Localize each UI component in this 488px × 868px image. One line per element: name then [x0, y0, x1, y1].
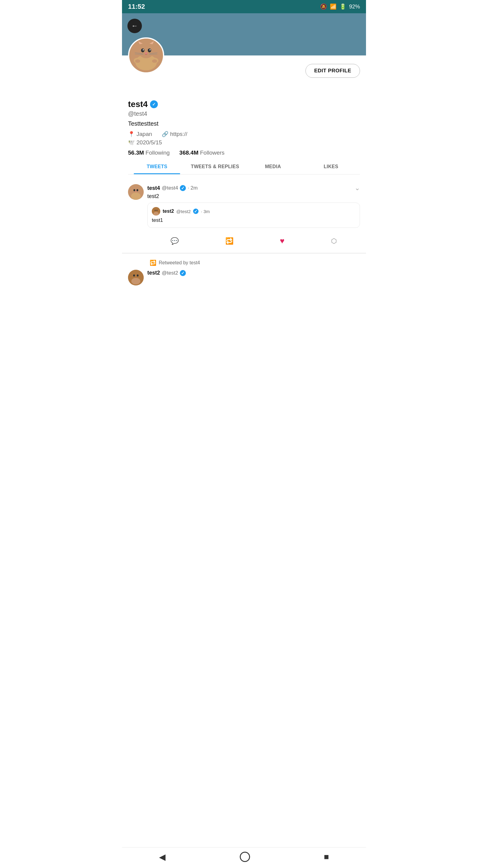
meta-row-date: 🕊️ 2020/5/15	[128, 139, 360, 146]
retweet-icon: 🔁	[225, 237, 233, 245]
tweet-header-row: test4 @test4 · 2m ⌄ test2	[128, 184, 360, 248]
join-date-text: 2020/5/15	[136, 139, 162, 146]
chevron-down-icon[interactable]: ⌄	[355, 184, 360, 192]
following-label: Following	[145, 150, 170, 156]
display-name-row: test4	[128, 99, 360, 109]
tweet-card: test4 @test4 · 2m ⌄ test2	[122, 179, 366, 253]
back-button[interactable]: ←	[127, 19, 142, 33]
quoted-tweet[interactable]: test2 @test2 · 3m test1	[147, 203, 360, 228]
following-stat[interactable]: 56.3M Following	[128, 150, 170, 156]
quoted-meta-line: test2 @test2 · 3m	[152, 207, 355, 216]
retweet-button[interactable]: 🔁	[222, 235, 237, 247]
tweet-verified-badge	[180, 185, 186, 191]
followers-label: Followers	[200, 150, 224, 156]
wifi-icon: 📶	[330, 3, 336, 10]
svg-point-11	[145, 53, 147, 54]
following-count: 56.3M	[128, 150, 144, 156]
edit-profile-button[interactable]: EDIT PROFILE	[305, 64, 360, 78]
svg-point-37	[131, 278, 140, 284]
quoted-author: test2	[163, 209, 174, 214]
website-item[interactable]: 🔗 https://	[162, 131, 187, 137]
like-button[interactable]: ♥	[276, 234, 288, 248]
tab-tweets[interactable]: TWEETS	[128, 159, 186, 174]
battery-percent: 92%	[349, 4, 360, 10]
partial-tweet-avatar[interactable]	[128, 270, 144, 285]
avatar-image	[129, 38, 163, 72]
svg-point-25	[133, 189, 135, 191]
tabs-bar: TWEETS TWEETS & REPLIES MEDIA LIKES	[128, 159, 360, 175]
svg-point-33	[155, 210, 156, 211]
tweet-avatar[interactable]	[128, 184, 144, 200]
tweet-author: test4	[147, 185, 160, 191]
meta-row-location-website: 📍 Japan 🔗 https://	[128, 131, 360, 137]
tweet-meta-line: test4 @test4 · 2m ⌄	[147, 184, 360, 192]
svg-point-18	[135, 59, 140, 63]
svg-point-9	[143, 49, 144, 50]
avatar-wrapper	[128, 37, 164, 73]
retweet-notice-icon: 🔁	[150, 259, 156, 266]
tab-tweets-replies[interactable]: TWEETS & REPLIES	[186, 159, 244, 174]
followers-count: 368.4M	[179, 150, 198, 156]
svg-point-19	[152, 59, 157, 63]
share-button[interactable]: ⬡	[327, 235, 340, 247]
join-date-item: 🕊️ 2020/5/15	[128, 139, 162, 146]
retweet-notice-text: Retweeted by test4	[159, 260, 200, 266]
mute-icon: 🔕	[320, 3, 327, 10]
website-text: https://	[170, 131, 187, 137]
tweet-meta-left: test4 @test4 · 2m	[147, 185, 198, 191]
bio: Testtesttest	[128, 120, 360, 127]
quoted-handle: @test2	[176, 209, 191, 214]
status-bar: 11:52 🔕 📶 🔋 92%	[122, 0, 366, 13]
location-text: Japan	[136, 131, 152, 137]
svg-point-39	[137, 275, 138, 277]
status-time: 11:52	[128, 3, 145, 10]
tweet-body: test4 @test4 · 2m ⌄ test2	[147, 184, 360, 248]
profile-section: EDIT PROFILE test4 @test4 Testtesttest 📍…	[122, 56, 366, 179]
tweet-time: · 2m	[188, 185, 198, 191]
link-icon: 🔗	[162, 131, 168, 137]
username: @test4	[128, 110, 360, 117]
reply-button[interactable]: 💬	[167, 235, 182, 247]
tab-likes[interactable]: LIKES	[302, 159, 360, 174]
partial-tweet-handle: @test2	[162, 270, 178, 276]
svg-point-22	[131, 193, 141, 200]
quoted-verified-badge	[193, 209, 198, 214]
partial-tweet-author: test2	[147, 270, 160, 276]
quoted-avatar-image	[152, 207, 160, 216]
tweet-text: test2	[147, 193, 360, 199]
reply-icon: 💬	[170, 237, 178, 245]
partial-tweet-section: 🔁 Retweeted by test4 test2 @test2	[122, 253, 366, 310]
partial-tweet-verified	[180, 270, 186, 276]
partial-tweet-avatar-image	[128, 270, 144, 285]
svg-point-27	[135, 191, 136, 192]
display-name: test4	[128, 99, 148, 109]
tab-media[interactable]: MEDIA	[244, 159, 302, 174]
calendar-icon: 🕊️	[128, 139, 135, 146]
share-icon: ⬡	[331, 237, 337, 245]
svg-point-8	[148, 49, 151, 53]
tweet-handle: @test4	[162, 185, 178, 191]
stats-row: 56.3M Following 368.4M Followers	[128, 150, 360, 156]
tweet-list: test4 @test4 · 2m ⌄ test2	[122, 179, 366, 310]
like-icon: ♥	[280, 236, 284, 246]
svg-point-30	[153, 212, 159, 216]
followers-stat[interactable]: 368.4M Followers	[179, 150, 224, 156]
svg-point-10	[150, 49, 151, 50]
location-icon: 📍	[128, 131, 135, 137]
svg-point-26	[136, 189, 138, 191]
svg-point-2	[138, 42, 154, 58]
status-icons: 🔕 📶 🔋 92%	[320, 3, 360, 10]
avatar	[128, 37, 164, 73]
action-bar: 💬 🔁 ♥ ⬡	[147, 231, 360, 248]
back-arrow-icon: ←	[131, 23, 138, 29]
quoted-text: test1	[152, 217, 355, 223]
svg-point-38	[133, 275, 135, 277]
svg-point-7	[141, 49, 144, 53]
battery-icon: 🔋	[339, 3, 346, 10]
profile-info: test4 @test4 Testtesttest 📍 Japan 🔗 http…	[128, 78, 360, 156]
tweet-avatar-image	[128, 184, 144, 200]
quoted-time: · 3m	[201, 209, 210, 214]
retweet-notice: 🔁 Retweeted by test4	[128, 256, 360, 267]
location-item: 📍 Japan	[128, 131, 152, 137]
verified-badge	[150, 100, 158, 108]
